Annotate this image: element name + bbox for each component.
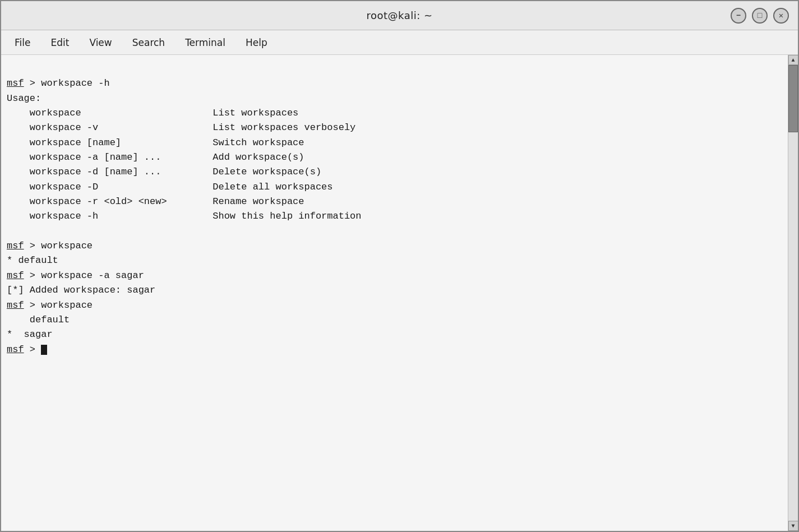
line-5: workspace [name] Switch workspace <box>7 137 304 148</box>
scrollbar[interactable]: ▲ ▼ <box>788 55 798 531</box>
terminal-content[interactable]: msf > workspace -h Usage: workspace List… <box>1 55 788 531</box>
cursor <box>41 345 47 355</box>
title-bar: root@kali: ~ − □ ✕ <box>1 1 798 30</box>
terminal-window: root@kali: ~ − □ ✕ File Edit View Search… <box>0 0 799 532</box>
menu-bar: File Edit View Search Terminal Help <box>1 30 798 55</box>
maximize-button[interactable]: □ <box>752 8 768 24</box>
menu-terminal[interactable]: Terminal <box>176 35 234 50</box>
line-15: [*] Added workspace: sagar <box>7 285 155 295</box>
msf-prompt-5: msf <box>7 344 24 355</box>
msf-prompt-1: msf <box>7 78 24 89</box>
line-7: workspace -d [name] ... Delete workspace… <box>7 166 321 177</box>
line-19: msf > <box>7 344 47 355</box>
scrollbar-track[interactable] <box>788 65 798 521</box>
line-16: msf > workspace <box>7 300 93 311</box>
scroll-up-arrow[interactable]: ▲ <box>788 55 798 65</box>
line-8: workspace -D Delete all workspaces <box>7 182 333 192</box>
menu-file[interactable]: File <box>6 35 39 50</box>
line-9: workspace -r <old> <new> Rename workspac… <box>7 196 304 207</box>
terminal-area: msf > workspace -h Usage: workspace List… <box>1 55 798 531</box>
line-13: * default <box>7 255 58 266</box>
line-6: workspace -a [name] ... Add workspace(s) <box>7 152 304 163</box>
menu-help[interactable]: Help <box>237 35 276 50</box>
window-title: root@kali: ~ <box>366 10 432 21</box>
line-10: workspace -h Show this help information <box>7 211 362 221</box>
scrollbar-thumb[interactable] <box>788 65 798 132</box>
scroll-down-arrow[interactable]: ▼ <box>788 521 798 531</box>
msf-prompt-2: msf <box>7 240 24 251</box>
line-1: msf > workspace -h <box>7 78 110 89</box>
line-17: default <box>7 314 70 325</box>
line-18: * sagar <box>7 329 53 340</box>
line-3: workspace List workspaces <box>7 108 298 118</box>
line-4: workspace -v List workspaces verbosely <box>7 122 355 133</box>
minimize-button[interactable]: − <box>731 8 746 24</box>
msf-prompt-4: msf <box>7 300 24 311</box>
line-2: Usage: <box>7 93 41 104</box>
window-controls: − □ ✕ <box>731 8 789 24</box>
line-12: msf > workspace <box>7 240 93 251</box>
close-button[interactable]: ✕ <box>773 8 789 24</box>
msf-prompt-3: msf <box>7 270 24 281</box>
menu-search[interactable]: Search <box>123 35 174 50</box>
line-14: msf > workspace -a sagar <box>7 270 144 281</box>
menu-view[interactable]: View <box>80 35 121 50</box>
menu-edit[interactable]: Edit <box>41 35 78 50</box>
